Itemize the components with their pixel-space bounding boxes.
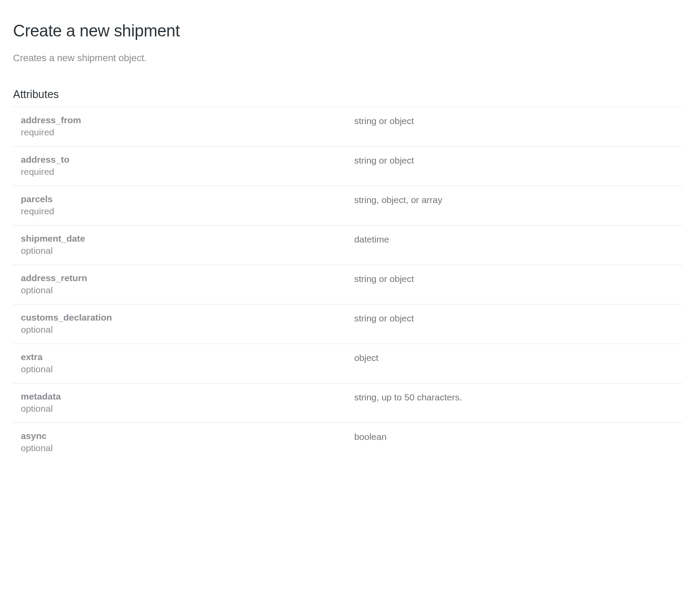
attribute-right: string or object [354,273,682,295]
attribute-requirement: optional [21,246,345,256]
attribute-row: extra optional object [13,344,682,383]
attribute-left: customs_declaration optional [13,312,354,335]
attribute-left: address_to required [13,154,354,177]
attribute-type: string or object [354,155,682,166]
attribute-type: datetime [354,234,682,245]
attribute-right: datetime [354,233,682,256]
attribute-requirement: required [21,206,345,216]
attribute-left: async optional [13,431,354,453]
attribute-requirement: optional [21,443,345,453]
attribute-name: address_from [21,115,345,125]
attribute-row: address_return optional string or object [13,265,682,305]
attribute-name: customs_declaration [21,312,345,323]
attribute-requirement: optional [21,285,345,295]
section-title: Attributes [13,88,682,101]
attribute-name: address_to [21,154,345,165]
attribute-right: string, up to 50 characters. [354,391,682,414]
attribute-left: address_return optional [13,273,354,295]
attribute-name: extra [21,352,345,362]
page-description: Creates a new shipment object. [13,52,682,64]
attribute-row: address_to required string or object [13,147,682,186]
attribute-requirement: required [21,167,345,177]
attribute-left: extra optional [13,352,354,374]
attribute-type: boolean [354,432,682,442]
attribute-type: string, up to 50 characters. [354,392,682,403]
attribute-requirement: optional [21,324,345,335]
attribute-type: string or object [354,313,682,324]
attribute-right: string or object [354,115,682,138]
attribute-requirement: optional [21,403,345,414]
attribute-right: string, object, or array [354,194,682,216]
attribute-row: metadata optional string, up to 50 chara… [13,383,682,423]
attributes-table: address_from required string or object a… [13,107,682,462]
attribute-type: object [354,353,682,363]
attribute-name: shipment_date [21,233,345,244]
attribute-requirement: optional [21,364,345,374]
attribute-name: address_return [21,273,345,283]
attribute-row: parcels required string, object, or arra… [13,186,682,226]
attribute-row: async optional boolean [13,423,682,462]
attribute-row: customs_declaration optional string or o… [13,305,682,344]
attribute-left: metadata optional [13,391,354,414]
page-title: Create a new shipment [13,22,682,40]
attribute-right: string or object [354,154,682,177]
attribute-left: parcels required [13,194,354,216]
attribute-left: address_from required [13,115,354,138]
attribute-right: string or object [354,312,682,335]
attribute-requirement: required [21,127,345,138]
attribute-name: metadata [21,391,345,402]
attribute-name: parcels [21,194,345,204]
attribute-right: boolean [354,431,682,453]
attribute-right: object [354,352,682,374]
attribute-row: shipment_date optional datetime [13,226,682,265]
attribute-left: shipment_date optional [13,233,354,256]
attribute-row: address_from required string or object [13,107,682,147]
attribute-type: string or object [354,274,682,284]
attribute-type: string, object, or array [354,195,682,205]
attribute-type: string or object [354,116,682,126]
attribute-name: async [21,431,345,441]
